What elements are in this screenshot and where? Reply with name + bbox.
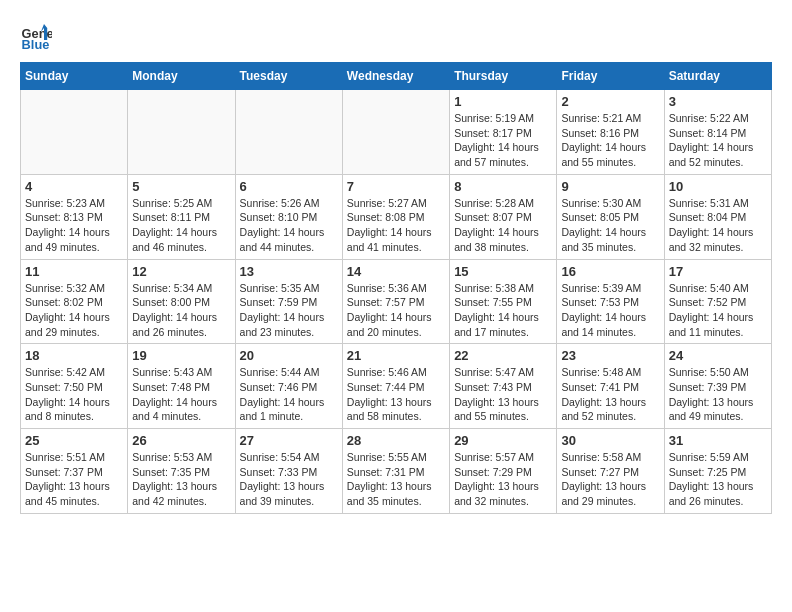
day-number: 31 [669, 433, 767, 448]
col-header-thursday: Thursday [450, 63, 557, 90]
day-number: 3 [669, 94, 767, 109]
calendar-cell: 25Sunrise: 5:51 AM Sunset: 7:37 PM Dayli… [21, 429, 128, 514]
calendar-header-row: SundayMondayTuesdayWednesdayThursdayFrid… [21, 63, 772, 90]
day-number: 22 [454, 348, 552, 363]
day-info: Sunrise: 5:48 AM Sunset: 7:41 PM Dayligh… [561, 365, 659, 424]
page-header: General Blue [20, 20, 772, 52]
day-number: 11 [25, 264, 123, 279]
col-header-friday: Friday [557, 63, 664, 90]
logo: General Blue [20, 20, 52, 52]
col-header-tuesday: Tuesday [235, 63, 342, 90]
day-number: 8 [454, 179, 552, 194]
day-number: 17 [669, 264, 767, 279]
day-info: Sunrise: 5:32 AM Sunset: 8:02 PM Dayligh… [25, 281, 123, 340]
day-number: 19 [132, 348, 230, 363]
calendar-cell: 4Sunrise: 5:23 AM Sunset: 8:13 PM Daylig… [21, 174, 128, 259]
day-number: 1 [454, 94, 552, 109]
calendar-cell: 10Sunrise: 5:31 AM Sunset: 8:04 PM Dayli… [664, 174, 771, 259]
day-number: 14 [347, 264, 445, 279]
day-info: Sunrise: 5:25 AM Sunset: 8:11 PM Dayligh… [132, 196, 230, 255]
day-info: Sunrise: 5:30 AM Sunset: 8:05 PM Dayligh… [561, 196, 659, 255]
calendar-week-1: 1Sunrise: 5:19 AM Sunset: 8:17 PM Daylig… [21, 90, 772, 175]
col-header-wednesday: Wednesday [342, 63, 449, 90]
calendar-cell: 17Sunrise: 5:40 AM Sunset: 7:52 PM Dayli… [664, 259, 771, 344]
day-info: Sunrise: 5:59 AM Sunset: 7:25 PM Dayligh… [669, 450, 767, 509]
calendar-week-2: 4Sunrise: 5:23 AM Sunset: 8:13 PM Daylig… [21, 174, 772, 259]
calendar-cell: 31Sunrise: 5:59 AM Sunset: 7:25 PM Dayli… [664, 429, 771, 514]
day-info: Sunrise: 5:47 AM Sunset: 7:43 PM Dayligh… [454, 365, 552, 424]
day-info: Sunrise: 5:40 AM Sunset: 7:52 PM Dayligh… [669, 281, 767, 340]
day-number: 24 [669, 348, 767, 363]
col-header-sunday: Sunday [21, 63, 128, 90]
logo-icon: General Blue [20, 20, 52, 52]
day-info: Sunrise: 5:19 AM Sunset: 8:17 PM Dayligh… [454, 111, 552, 170]
day-info: Sunrise: 5:57 AM Sunset: 7:29 PM Dayligh… [454, 450, 552, 509]
day-info: Sunrise: 5:43 AM Sunset: 7:48 PM Dayligh… [132, 365, 230, 424]
calendar-week-5: 25Sunrise: 5:51 AM Sunset: 7:37 PM Dayli… [21, 429, 772, 514]
calendar-cell: 8Sunrise: 5:28 AM Sunset: 8:07 PM Daylig… [450, 174, 557, 259]
day-number: 15 [454, 264, 552, 279]
calendar-cell: 12Sunrise: 5:34 AM Sunset: 8:00 PM Dayli… [128, 259, 235, 344]
day-number: 7 [347, 179, 445, 194]
day-info: Sunrise: 5:54 AM Sunset: 7:33 PM Dayligh… [240, 450, 338, 509]
day-number: 20 [240, 348, 338, 363]
day-info: Sunrise: 5:53 AM Sunset: 7:35 PM Dayligh… [132, 450, 230, 509]
day-info: Sunrise: 5:50 AM Sunset: 7:39 PM Dayligh… [669, 365, 767, 424]
calendar-cell: 30Sunrise: 5:58 AM Sunset: 7:27 PM Dayli… [557, 429, 664, 514]
calendar-cell: 14Sunrise: 5:36 AM Sunset: 7:57 PM Dayli… [342, 259, 449, 344]
calendar-cell: 6Sunrise: 5:26 AM Sunset: 8:10 PM Daylig… [235, 174, 342, 259]
day-number: 9 [561, 179, 659, 194]
day-number: 4 [25, 179, 123, 194]
calendar-table: SundayMondayTuesdayWednesdayThursdayFrid… [20, 62, 772, 514]
calendar-cell: 21Sunrise: 5:46 AM Sunset: 7:44 PM Dayli… [342, 344, 449, 429]
day-number: 12 [132, 264, 230, 279]
day-number: 6 [240, 179, 338, 194]
col-header-saturday: Saturday [664, 63, 771, 90]
calendar-cell: 5Sunrise: 5:25 AM Sunset: 8:11 PM Daylig… [128, 174, 235, 259]
calendar-cell: 18Sunrise: 5:42 AM Sunset: 7:50 PM Dayli… [21, 344, 128, 429]
day-info: Sunrise: 5:39 AM Sunset: 7:53 PM Dayligh… [561, 281, 659, 340]
calendar-cell: 24Sunrise: 5:50 AM Sunset: 7:39 PM Dayli… [664, 344, 771, 429]
calendar-cell: 29Sunrise: 5:57 AM Sunset: 7:29 PM Dayli… [450, 429, 557, 514]
day-number: 2 [561, 94, 659, 109]
day-number: 10 [669, 179, 767, 194]
day-info: Sunrise: 5:22 AM Sunset: 8:14 PM Dayligh… [669, 111, 767, 170]
day-info: Sunrise: 5:58 AM Sunset: 7:27 PM Dayligh… [561, 450, 659, 509]
calendar-cell: 26Sunrise: 5:53 AM Sunset: 7:35 PM Dayli… [128, 429, 235, 514]
day-info: Sunrise: 5:36 AM Sunset: 7:57 PM Dayligh… [347, 281, 445, 340]
day-info: Sunrise: 5:44 AM Sunset: 7:46 PM Dayligh… [240, 365, 338, 424]
calendar-cell [342, 90, 449, 175]
day-number: 16 [561, 264, 659, 279]
calendar-cell: 28Sunrise: 5:55 AM Sunset: 7:31 PM Dayli… [342, 429, 449, 514]
day-number: 27 [240, 433, 338, 448]
day-info: Sunrise: 5:42 AM Sunset: 7:50 PM Dayligh… [25, 365, 123, 424]
calendar-cell [235, 90, 342, 175]
day-number: 5 [132, 179, 230, 194]
day-number: 21 [347, 348, 445, 363]
day-info: Sunrise: 5:38 AM Sunset: 7:55 PM Dayligh… [454, 281, 552, 340]
calendar-cell: 1Sunrise: 5:19 AM Sunset: 8:17 PM Daylig… [450, 90, 557, 175]
day-number: 13 [240, 264, 338, 279]
day-number: 25 [25, 433, 123, 448]
calendar-cell: 13Sunrise: 5:35 AM Sunset: 7:59 PM Dayli… [235, 259, 342, 344]
day-info: Sunrise: 5:26 AM Sunset: 8:10 PM Dayligh… [240, 196, 338, 255]
calendar-cell: 20Sunrise: 5:44 AM Sunset: 7:46 PM Dayli… [235, 344, 342, 429]
calendar-cell: 16Sunrise: 5:39 AM Sunset: 7:53 PM Dayli… [557, 259, 664, 344]
day-info: Sunrise: 5:21 AM Sunset: 8:16 PM Dayligh… [561, 111, 659, 170]
day-info: Sunrise: 5:34 AM Sunset: 8:00 PM Dayligh… [132, 281, 230, 340]
calendar-cell: 9Sunrise: 5:30 AM Sunset: 8:05 PM Daylig… [557, 174, 664, 259]
day-number: 28 [347, 433, 445, 448]
day-info: Sunrise: 5:28 AM Sunset: 8:07 PM Dayligh… [454, 196, 552, 255]
calendar-week-3: 11Sunrise: 5:32 AM Sunset: 8:02 PM Dayli… [21, 259, 772, 344]
calendar-week-4: 18Sunrise: 5:42 AM Sunset: 7:50 PM Dayli… [21, 344, 772, 429]
day-info: Sunrise: 5:46 AM Sunset: 7:44 PM Dayligh… [347, 365, 445, 424]
calendar-cell: 27Sunrise: 5:54 AM Sunset: 7:33 PM Dayli… [235, 429, 342, 514]
day-info: Sunrise: 5:27 AM Sunset: 8:08 PM Dayligh… [347, 196, 445, 255]
day-info: Sunrise: 5:31 AM Sunset: 8:04 PM Dayligh… [669, 196, 767, 255]
day-info: Sunrise: 5:51 AM Sunset: 7:37 PM Dayligh… [25, 450, 123, 509]
day-info: Sunrise: 5:23 AM Sunset: 8:13 PM Dayligh… [25, 196, 123, 255]
calendar-cell: 22Sunrise: 5:47 AM Sunset: 7:43 PM Dayli… [450, 344, 557, 429]
day-number: 23 [561, 348, 659, 363]
day-number: 29 [454, 433, 552, 448]
calendar-cell: 15Sunrise: 5:38 AM Sunset: 7:55 PM Dayli… [450, 259, 557, 344]
